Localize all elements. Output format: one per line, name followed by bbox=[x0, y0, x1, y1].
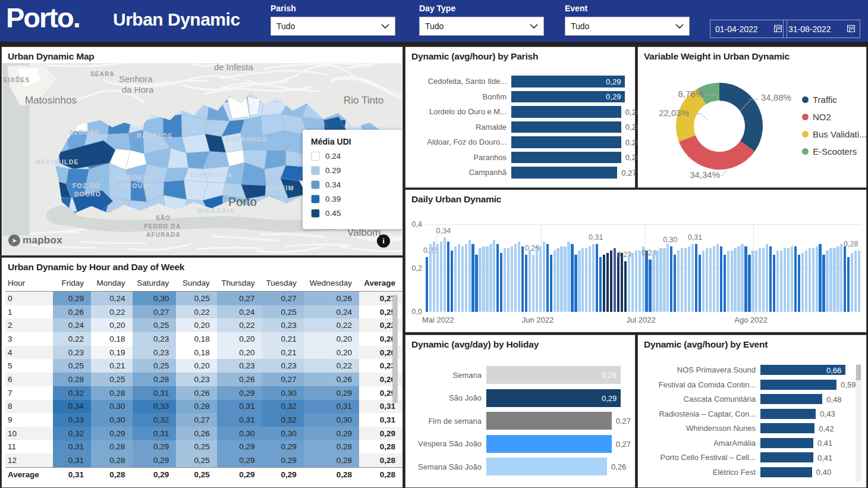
cell[interactable]: 0,30 bbox=[217, 427, 262, 440]
daily-bar[interactable] bbox=[780, 251, 782, 312]
cell[interactable]: 0,26 bbox=[217, 373, 262, 386]
cell[interactable]: 0,30 bbox=[304, 413, 359, 427]
cell[interactable]: 0,28 bbox=[304, 440, 359, 454]
daily-bar[interactable] bbox=[433, 242, 435, 312]
cell[interactable]: 11 bbox=[5, 440, 53, 454]
daily-bar[interactable] bbox=[826, 251, 828, 312]
cell[interactable]: 0,31 bbox=[217, 400, 262, 414]
daily-bar[interactable] bbox=[688, 246, 690, 312]
bar[interactable] bbox=[511, 152, 621, 164]
column-header-hour[interactable]: Hour bbox=[5, 276, 53, 292]
cell[interactable]: 0,23 bbox=[176, 373, 216, 386]
bar[interactable]: 0,29 bbox=[511, 76, 625, 87]
cell[interactable]: 0,29 bbox=[53, 292, 91, 305]
bar[interactable] bbox=[760, 423, 814, 433]
cell[interactable]: 0,22 bbox=[91, 305, 133, 319]
daily-bar[interactable] bbox=[816, 246, 818, 312]
daily-bar[interactable] bbox=[677, 251, 680, 312]
cell[interactable]: 0,23 bbox=[262, 318, 304, 332]
cell[interactable]: 0,20 bbox=[91, 318, 133, 332]
daily-bar[interactable] bbox=[822, 255, 825, 312]
cell[interactable]: 0,25 bbox=[133, 318, 177, 332]
cell[interactable]: 0,20 bbox=[217, 332, 262, 346]
cell[interactable]: 0,29 bbox=[217, 453, 262, 467]
daily-bar[interactable] bbox=[454, 246, 457, 312]
cell[interactable]: 1 bbox=[5, 305, 53, 319]
daily-bar[interactable] bbox=[706, 248, 708, 312]
daily-bar[interactable] bbox=[858, 251, 860, 312]
bar[interactable]: 0,66 bbox=[760, 365, 845, 375]
bar[interactable] bbox=[511, 121, 621, 133]
map-info-button[interactable]: i bbox=[377, 234, 390, 248]
cell[interactable]: 0,25 bbox=[176, 453, 216, 467]
bar[interactable]: 0,29 bbox=[486, 366, 621, 384]
cell[interactable]: 0,24 bbox=[217, 305, 262, 319]
column-header-friday[interactable]: Friday bbox=[53, 276, 91, 292]
cell[interactable]: 0,26 bbox=[53, 305, 91, 319]
daily-bar[interactable] bbox=[724, 255, 726, 312]
daily-bar[interactable] bbox=[447, 242, 449, 312]
daily-bar[interactable] bbox=[436, 244, 439, 312]
bar[interactable] bbox=[760, 438, 813, 448]
daily-bar[interactable] bbox=[556, 248, 559, 312]
cell[interactable]: 3 bbox=[5, 332, 53, 346]
cell[interactable]: 0,31 bbox=[359, 413, 402, 427]
cell[interactable]: 0,22 bbox=[304, 359, 359, 373]
daily-bar[interactable] bbox=[720, 246, 722, 312]
daily-bar[interactable] bbox=[539, 246, 542, 312]
cell[interactable]: 0,32 bbox=[53, 386, 91, 400]
cell[interactable]: 0,20 bbox=[176, 318, 216, 332]
column-header-wednesday[interactable]: Wednesday bbox=[304, 276, 359, 292]
daily-bar[interactable] bbox=[525, 255, 527, 312]
daily-bar[interactable] bbox=[475, 255, 477, 312]
cell[interactable]: 0 bbox=[5, 292, 53, 305]
cell[interactable]: 0,22 bbox=[217, 318, 262, 332]
daily-bar[interactable] bbox=[709, 248, 712, 312]
cell[interactable]: 0,22 bbox=[304, 318, 359, 332]
daily-bar[interactable] bbox=[649, 259, 651, 312]
legend-item-NO2[interactable]: NO2 bbox=[802, 112, 867, 122]
cell[interactable]: 0,31 bbox=[53, 453, 91, 467]
cell[interactable]: 0,20 bbox=[304, 332, 359, 346]
daily-bar[interactable] bbox=[426, 257, 428, 312]
daily-bar[interactable] bbox=[606, 253, 609, 312]
daily-bar[interactable] bbox=[666, 244, 669, 312]
cell[interactable]: 0,28 bbox=[91, 386, 133, 400]
event-scrollbar-track[interactable] bbox=[856, 364, 861, 481]
daily-bar[interactable] bbox=[444, 237, 446, 312]
daily-bar[interactable] bbox=[496, 244, 499, 312]
cell[interactable]: 0,28 bbox=[176, 400, 216, 414]
cell[interactable]: 0,33 bbox=[53, 413, 91, 427]
daily-bar[interactable] bbox=[791, 246, 793, 312]
donut-slice-Traffic[interactable] bbox=[719, 83, 763, 151]
daily-bar[interactable] bbox=[762, 248, 765, 312]
cell[interactable]: 0,21 bbox=[262, 332, 304, 346]
cell[interactable]: 0,20 bbox=[176, 359, 216, 373]
cell[interactable]: 0,32 bbox=[262, 413, 304, 427]
cell[interactable]: 7 bbox=[5, 386, 53, 400]
daytype-dropdown[interactable]: Tudo bbox=[419, 17, 544, 36]
cell[interactable]: 0,25 bbox=[53, 359, 91, 373]
daily-bar[interactable] bbox=[536, 248, 538, 312]
bar[interactable] bbox=[511, 167, 617, 179]
daily-bar[interactable] bbox=[819, 244, 821, 312]
daily-bar[interactable] bbox=[486, 246, 488, 312]
cell[interactable]: 0,29 bbox=[262, 440, 304, 454]
daily-bar[interactable] bbox=[731, 251, 733, 312]
daily-bar[interactable] bbox=[844, 246, 846, 312]
cell[interactable]: 0,22 bbox=[176, 305, 216, 319]
daily-bar[interactable] bbox=[468, 240, 471, 312]
cell[interactable]: 0,29 bbox=[133, 440, 177, 454]
table-scrollbar[interactable] bbox=[392, 295, 398, 403]
daily-bar[interactable] bbox=[639, 251, 641, 312]
cell[interactable]: 0,29 bbox=[359, 427, 402, 440]
legend-item-E-Scooters[interactable]: E-Scooters bbox=[802, 146, 867, 157]
bar[interactable] bbox=[511, 136, 621, 148]
cell[interactable]: 6 bbox=[5, 373, 53, 386]
daily-bar[interactable] bbox=[589, 246, 591, 312]
daily-bar[interactable] bbox=[766, 244, 768, 312]
column-header-saturday[interactable]: Saturday bbox=[133, 276, 177, 292]
cell[interactable]: 0,29 bbox=[217, 440, 262, 454]
daily-bar[interactable] bbox=[681, 248, 683, 312]
daily-bar[interactable] bbox=[553, 251, 556, 312]
